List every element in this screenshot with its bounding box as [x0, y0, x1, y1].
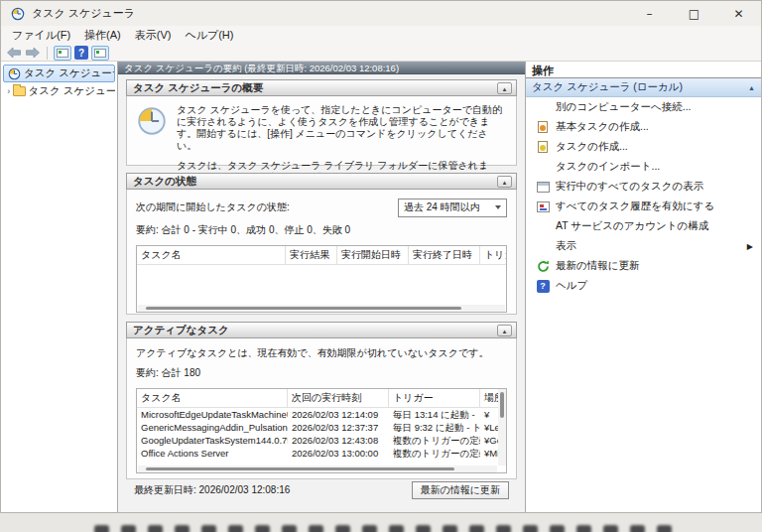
- menu-action[interactable]: 操作(A): [77, 26, 128, 45]
- chevron-down-icon: [490, 205, 506, 209]
- clock-app-icon: [11, 7, 25, 21]
- action-label: タスクの作成...: [556, 140, 628, 154]
- action-at-service-account-configuration[interactable]: AT サービスのアカウントの構成: [526, 216, 761, 236]
- actions-group-label: タスク スケジューラ (ローカル): [532, 80, 683, 94]
- action-enable-all-task-history[interactable]: すべてのタスク履歴を有効にする: [526, 197, 761, 216]
- horizontal-scrollbar[interactable]: [138, 466, 497, 472]
- cell-task-name: Office Actions Server: [137, 447, 288, 460]
- cell-next-run: 2026/02/03 12:37:37: [288, 421, 389, 434]
- cell-trigger: 毎日 13:14 に起動 - トリガ...: [389, 408, 480, 421]
- table-row[interactable]: GoogleUpdaterTaskSystem144.0.754... 2026…: [137, 434, 506, 447]
- horizontal-scrollbar[interactable]: [138, 305, 505, 312]
- minimize-button[interactable]: –: [627, 1, 672, 26]
- tree-expander-icon[interactable]: ›: [6, 86, 12, 96]
- table-row[interactable]: Office Actions Server 2026/02/03 13:00:0…: [137, 447, 506, 460]
- vertical-scrollbar[interactable]: [498, 389, 506, 466]
- column-header-run-result[interactable]: 実行結果: [286, 246, 337, 264]
- cell-next-run: 2026/02/03 13:00:00: [288, 447, 389, 460]
- console-pane-icon: [94, 49, 106, 58]
- chevron-up-icon: ▲: [748, 84, 755, 91]
- menu-help[interactable]: ヘルプ(H): [178, 26, 240, 45]
- title-bar[interactable]: タスク スケジューラ – □ ✕: [1, 1, 761, 26]
- action-label: ヘルプ: [556, 279, 587, 293]
- status-table-header: タスク名 実行結果 実行開始日時 実行終了日時 トリガー元: [137, 246, 506, 265]
- action-label: 表示: [556, 239, 576, 253]
- menu-view[interactable]: 表示(V): [128, 26, 179, 45]
- forward-arrow-icon: [25, 47, 41, 59]
- toolbar-separator: [47, 47, 48, 60]
- status-filter-row: 次の期間に開始したタスクの状態: 過去 24 時間以内: [136, 198, 507, 217]
- column-header-triggered-by[interactable]: トリガー元: [480, 246, 507, 264]
- menu-bar: ファイル(F) 操作(A) 表示(V) ヘルプ(H): [1, 26, 761, 45]
- action-create-basic-task[interactable]: 基本タスクの作成...: [526, 117, 761, 137]
- basic-task-icon: [534, 120, 552, 134]
- console-window-icon: [57, 49, 68, 58]
- action-view[interactable]: 表示 ▶: [526, 236, 761, 256]
- scrollbar-thumb[interactable]: [146, 467, 454, 470]
- task-history-icon: [534, 200, 552, 213]
- action-label: AT サービスのアカウントの構成: [556, 219, 708, 233]
- time-period-dropdown[interactable]: 過去 24 時間以内: [398, 199, 507, 217]
- windows-taskbar[interactable]: [0, 513, 762, 532]
- overview-section-header: タスク スケジューラの概要 ▴: [126, 79, 517, 96]
- collapse-active-tasks-button[interactable]: ▴: [497, 325, 512, 336]
- menu-file[interactable]: ファイル(F): [5, 26, 77, 45]
- action-label: 基本タスクの作成...: [556, 120, 649, 134]
- column-header-task-name[interactable]: タスク名: [137, 389, 288, 407]
- icon-spacer: [534, 100, 552, 114]
- show-action-pane-button[interactable]: [91, 46, 109, 61]
- action-connect-to-another-computer[interactable]: 別のコンピューターへ接続...: [526, 97, 761, 117]
- scrollbar-thumb[interactable]: [500, 392, 504, 418]
- tree-item-task-scheduler-local[interactable]: タスク スケジューラ (ローカル): [3, 65, 115, 82]
- refresh-button[interactable]: 最新の情報に更新: [412, 481, 509, 499]
- icon-spacer: [534, 219, 552, 233]
- active-tasks-title: アクティブなタスク: [133, 324, 229, 337]
- console-content: タスク スケジューラ (ローカル) › タスク スケジューラ ライブラリ タスク…: [1, 62, 761, 512]
- column-header-next-run-time[interactable]: 次回の実行時刻: [288, 389, 389, 407]
- action-help[interactable]: ? ヘルプ: [526, 276, 761, 296]
- cell-task-name: GoogleUpdaterTaskSystem144.0.754...: [137, 434, 288, 447]
- last-refresh-text: 最終更新日時: 2026/02/03 12:08:16: [134, 483, 290, 497]
- collapse-overview-button[interactable]: ▴: [497, 82, 512, 94]
- maximize-button[interactable]: □: [672, 1, 716, 26]
- column-header-triggers[interactable]: トリガー: [389, 389, 480, 407]
- summary-header-bar: タスク スケジューラの要約 (最終更新日時: 2026/02/03 12:08:…: [118, 62, 525, 74]
- action-refresh[interactable]: 最新の情報に更新: [526, 256, 761, 276]
- chevron-right-icon: ▶: [747, 242, 753, 251]
- console-tree-panel: タスク スケジューラ (ローカル) › タスク スケジューラ ライブラリ: [1, 62, 118, 512]
- active-tasks-table: タスク名 次回の実行時刻 トリガー 場所 MicrosoftEdgeUpdate…: [136, 388, 507, 473]
- collapse-task-status-button[interactable]: ▴: [497, 176, 512, 188]
- column-header-task-name[interactable]: タスク名: [137, 246, 286, 264]
- tree-item-task-scheduler-library[interactable]: › タスク スケジューラ ライブラリ: [3, 82, 115, 100]
- overview-section-title: タスク スケジューラの概要: [133, 81, 263, 95]
- column-header-run-end[interactable]: 実行終了日時: [409, 246, 480, 264]
- toolbar-help-button[interactable]: ?: [74, 46, 88, 60]
- action-create-task[interactable]: タスクの作成...: [526, 137, 761, 157]
- toolbar: ?: [1, 45, 761, 62]
- action-label: すべてのタスク履歴を有効にする: [556, 200, 714, 213]
- status-filter-label: 次の期間に開始したタスクの状態:: [136, 200, 290, 214]
- column-header-run-start[interactable]: 実行開始日時: [337, 246, 409, 264]
- forward-button[interactable]: [25, 47, 41, 59]
- action-display-running-tasks[interactable]: 実行中のすべてのタスクの表示: [526, 177, 761, 197]
- cell-trigger: 毎日 9:32 に起動 - トリガ...: [389, 421, 480, 434]
- table-row[interactable]: MicrosoftEdgeUpdateTaskMachineUA 2026/02…: [137, 408, 506, 421]
- task-status-section-header: タスクの状態 ▴: [126, 173, 517, 190]
- tree-item-label: タスク スケジューラ (ローカル): [24, 66, 114, 80]
- overview-paragraph-1: タスク スケジューラを使って、指定したときにコンピューターで自動的に実行されるよ…: [177, 104, 506, 152]
- scrollbar-thumb[interactable]: [146, 307, 461, 310]
- actions-group-header[interactable]: タスク スケジューラ (ローカル) ▲: [526, 78, 761, 97]
- show-console-tree-button[interactable]: [54, 46, 71, 61]
- overview-text: タスク スケジューラを使って、指定したときにコンピューターで自動的に実行されるよ…: [177, 104, 506, 157]
- window-title: タスク スケジューラ: [32, 6, 135, 21]
- icon-spacer: [534, 239, 552, 253]
- close-button[interactable]: ✕: [716, 1, 761, 26]
- actions-panel-title: 操作: [526, 62, 761, 78]
- table-row[interactable]: GenericMessagingAddin_Pulsation 2026/02/…: [137, 421, 506, 434]
- back-arrow-icon: [6, 47, 22, 59]
- action-import-task[interactable]: タスクのインポート...: [526, 157, 761, 177]
- back-button[interactable]: [6, 47, 22, 59]
- actions-panel: 操作 タスク スケジューラ (ローカル) ▲ 別のコンピューターへ接続... 基…: [525, 62, 761, 512]
- status-table: タスク名 実行結果 実行開始日時 実行終了日時 トリガー元: [136, 245, 507, 313]
- active-tasks-section-header: アクティブなタスク ▴: [126, 322, 517, 338]
